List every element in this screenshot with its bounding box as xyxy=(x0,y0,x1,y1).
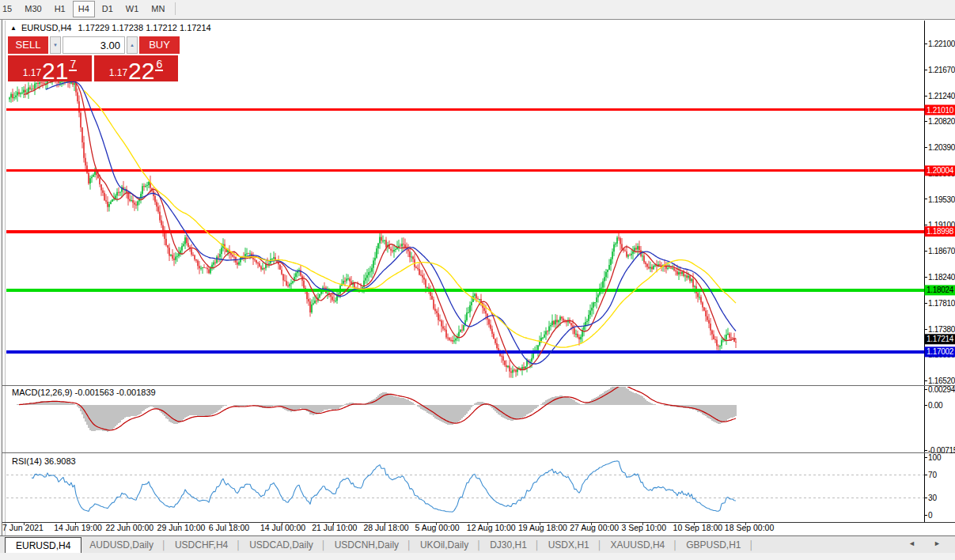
time-axis-label: 22 Jun 00:00 xyxy=(105,523,153,532)
timeframe-button-d1[interactable]: D1 xyxy=(97,1,119,17)
ask-price-big: 22 xyxy=(128,60,154,81)
svg-text:1.20004: 1.20004 xyxy=(927,166,954,175)
price-axis-label: 1.21240 xyxy=(928,92,955,100)
rsi-axis-label: 70 xyxy=(928,471,938,479)
svg-text:1.18998: 1.18998 xyxy=(927,227,954,236)
macd-axis-label: 0.00 xyxy=(928,401,943,410)
level-price-label: 1.18024 xyxy=(925,285,955,295)
current-price-label: 1.17214 xyxy=(925,334,955,344)
time-axis-label: 6 Jul 18:00 xyxy=(209,523,250,532)
tab-separator: │ xyxy=(673,540,678,550)
chart-tab-xauusd-h4[interactable]: XAUUSD,H4 xyxy=(603,539,673,551)
ask-price-pip: 6 xyxy=(155,59,163,71)
chevron-down-icon: ▼ xyxy=(53,43,58,47)
tab-scroll-left-icon[interactable]: ◄ xyxy=(908,539,915,547)
chart-background xyxy=(2,20,955,535)
chart-title: ▲EURUSD,H41.17229 1.17238 1.17212 1.1721… xyxy=(10,23,211,32)
level-price-label: 1.20004 xyxy=(925,165,955,176)
chart-ohlc-values: 1.17229 1.17238 1.17212 1.17214 xyxy=(78,23,211,32)
time-axis-label: 14 Jul 00:00 xyxy=(260,523,305,532)
tab-separator: │ xyxy=(407,540,412,550)
timeframe-button-15[interactable]: 15 xyxy=(0,1,17,17)
bid-price-box[interactable]: 1.17217 xyxy=(8,55,92,81)
time-axis-label: 19 Aug 18:00 xyxy=(518,523,567,532)
chart-tab-usdchf-h4[interactable]: USDCHF,H4 xyxy=(167,539,236,551)
chart-tab-audusd-daily[interactable]: AUDUSD,Daily xyxy=(81,539,161,551)
timeframe-toolbar: 15M30H1H4D1W1MN xyxy=(0,0,955,20)
chart-tab-dj30-h1[interactable]: DJ30,H1 xyxy=(482,539,535,551)
svg-text:1.21010: 1.21010 xyxy=(927,106,954,115)
time-axis-label: 29 Jun 10:00 xyxy=(157,523,206,532)
time-axis-label: 28 Jul 18:00 xyxy=(363,523,408,532)
price-axis-label: 1.18670 xyxy=(928,247,955,255)
bid-price-pip: 7 xyxy=(69,59,77,71)
sell-button[interactable]: SELL xyxy=(8,36,48,54)
rsi-axis-label: 100 xyxy=(928,453,942,462)
time-axis-label: 21 Jul 10:00 xyxy=(312,523,357,532)
buy-button[interactable]: BUY xyxy=(139,36,180,54)
tab-separator: │ xyxy=(236,540,241,550)
chart-canvas[interactable]: 1.221001.216701.212401.208201.203901.199… xyxy=(0,0,955,560)
bid-price-big: 21 xyxy=(42,60,68,81)
tab-separator: │ xyxy=(476,540,482,550)
svg-text:1.17214: 1.17214 xyxy=(927,335,954,343)
time-axis-label: 12 Aug 10:00 xyxy=(467,523,516,532)
chart-symbol-period: EURUSD,H4 xyxy=(21,23,72,32)
price-axis-label: 1.20820 xyxy=(928,117,955,126)
price-axis-label: 1.20390 xyxy=(928,143,955,152)
time-axis-label: 10 Sep 18:00 xyxy=(673,523,723,532)
svg-text:1.17002: 1.17002 xyxy=(927,347,954,356)
tab-separator: │ xyxy=(321,540,327,550)
mt4-window: 1.221001.216701.212401.208201.203901.199… xyxy=(0,0,955,560)
ask-price-small: 1.17 xyxy=(109,67,127,78)
ask-price-box[interactable]: 1.17226 xyxy=(94,55,178,81)
timeframe-button-w1[interactable]: W1 xyxy=(120,1,145,17)
tab-separator: │ xyxy=(749,540,755,550)
time-axis-label: 18 Sep 00:00 xyxy=(725,523,775,532)
chart-tab-bar: EURUSD,H4AUDUSD,Daily│USDCHF,H4│USDCAD,D… xyxy=(0,535,955,554)
time-axis-label: 5 Aug 00:00 xyxy=(415,523,460,532)
rsi-indicator-label: RSI(14) 36.9083 xyxy=(10,456,78,466)
price-axis-label: 1.17810 xyxy=(928,299,955,308)
chevron-up-icon: ▲ xyxy=(130,43,135,47)
level-price-label: 1.17002 xyxy=(925,346,955,357)
macd-axis-label: 0.002947 xyxy=(928,385,955,394)
bid-price-small: 1.17 xyxy=(23,67,41,78)
svg-text:1.18024: 1.18024 xyxy=(927,286,954,294)
timeframe-button-h1[interactable]: H1 xyxy=(49,1,71,17)
time-axis-label: 27 Aug 00:00 xyxy=(570,523,619,532)
price-axis-label: 1.22100 xyxy=(928,40,955,48)
price-axis-label: 1.21670 xyxy=(928,66,955,74)
volume-input[interactable] xyxy=(63,36,125,54)
price-axis-label: 1.17380 xyxy=(928,325,955,334)
chart-tab-usdcad-daily[interactable]: USDCAD,Daily xyxy=(241,539,321,551)
macd-indicator-label: MACD(12,26,9) -0.001563 -0.001839 xyxy=(10,388,157,397)
status-strip xyxy=(0,553,955,560)
price-axis-label: 1.18240 xyxy=(928,273,955,282)
toolbar-divider xyxy=(175,2,176,15)
rsi-axis-label: 0 xyxy=(928,511,933,520)
collapse-arrow-icon[interactable]: ▲ xyxy=(10,25,17,32)
time-axis-label: 14 Jun 19:00 xyxy=(54,523,102,532)
tab-scroll-right-icon[interactable]: ► xyxy=(934,539,941,547)
level-price-label: 1.18998 xyxy=(925,226,955,236)
rsi-axis-label: 30 xyxy=(928,494,938,502)
timeframe-button-m30[interactable]: M30 xyxy=(19,1,47,17)
volume-increase-button[interactable]: ▲ xyxy=(127,36,138,54)
level-price-label: 1.21010 xyxy=(925,105,955,115)
one-click-trading-panel: SELL ▼ ▲ BUY 1.17217 1.17226 xyxy=(8,36,180,81)
time-axis-label: 7 Jun 2021 xyxy=(2,523,44,532)
chart-tab-usdcnh-daily[interactable]: USDCNH,Daily xyxy=(327,539,407,551)
time-axis-label: 3 Sep 10:00 xyxy=(621,523,666,532)
volume-decrease-button[interactable]: ▼ xyxy=(50,36,61,54)
chart-tab-ukoil-daily[interactable]: UKOil,Daily xyxy=(412,539,476,551)
chart-tab-eurusd-h4[interactable]: EURUSD,H4 xyxy=(5,537,81,554)
timeframe-button-mn[interactable]: MN xyxy=(146,1,170,17)
tab-separator: │ xyxy=(597,540,603,550)
tab-separator: │ xyxy=(161,540,167,550)
chart-tab-usdx-h1[interactable]: USDX,H1 xyxy=(540,539,597,551)
tab-separator: │ xyxy=(535,540,540,550)
price-axis-label: 1.19530 xyxy=(928,195,955,204)
chart-tab-gbpusd-h1[interactable]: GBPUSD,H1 xyxy=(678,539,748,551)
timeframe-button-h4[interactable]: H4 xyxy=(73,1,95,17)
